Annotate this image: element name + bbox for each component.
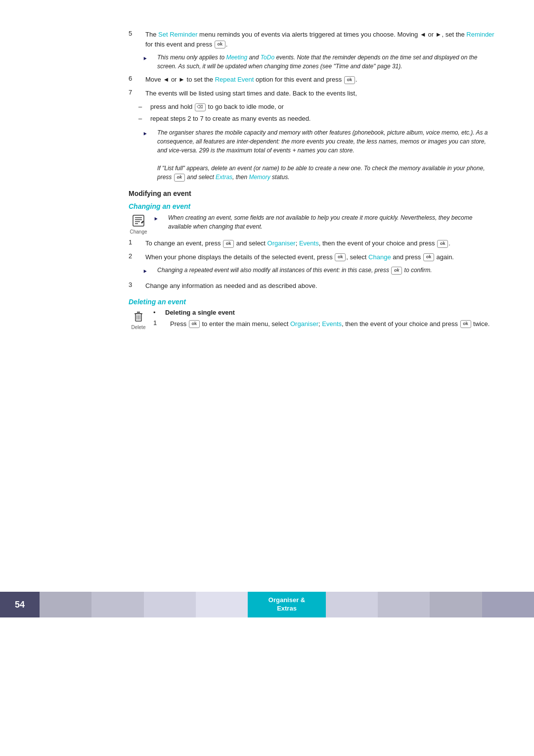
- step-number: 1: [153, 319, 165, 329]
- deleting-heading: Deleting an event: [129, 298, 494, 306]
- memory-link: Memory: [249, 174, 270, 181]
- dash-icon: –: [138, 102, 146, 112]
- change-step-2-text: When your phone displays the details of …: [145, 252, 494, 262]
- modifying-heading: Modifying an event: [129, 189, 494, 197]
- step-number: 7: [129, 89, 140, 98]
- step-number: 6: [129, 75, 140, 85]
- note-2: ‣ The organiser shares the mobile capaci…: [142, 128, 494, 182]
- organiser-link: Organiser: [267, 239, 296, 247]
- step-5-text: The Set Reminder menu reminds you of eve…: [145, 30, 494, 49]
- delete-icon: [131, 309, 146, 324]
- bar-seg-4: [196, 592, 248, 617]
- ok-button-icon: ok: [391, 267, 402, 275]
- page-number: 54: [0, 592, 40, 617]
- note-2-text: The organiser shares the mobile capacity…: [157, 128, 494, 182]
- ok-button-icon: ok: [223, 240, 234, 248]
- sub-item-text: repeat steps 2 to 7 to create as many ev…: [150, 114, 311, 124]
- delete-icon-label: Delete: [132, 325, 146, 330]
- step-number: 3: [129, 281, 140, 291]
- ok-button-icon: ok: [460, 320, 471, 328]
- change-icon: [131, 213, 146, 228]
- repeat-event-link: Repeat Event: [215, 76, 254, 83]
- change-step-3: 3 Change any information as needed and a…: [129, 281, 494, 291]
- ok-button-icon: ok: [174, 174, 185, 182]
- step-number: 5: [129, 30, 140, 49]
- delete-content: • Deleting a single event 1 Press ok to …: [153, 309, 494, 333]
- step-6-text: Move ◄ or ► to set the Repeat Event opti…: [145, 75, 494, 85]
- info-icon: ‣: [142, 266, 152, 277]
- bar-seg-8: [430, 592, 482, 617]
- change-icon-label: Change: [130, 229, 147, 235]
- set-reminder-link: Set Reminder: [158, 31, 197, 38]
- page-content: 5 The Set Reminder menu reminds you of e…: [0, 0, 534, 346]
- ok-button-icon: ok: [335, 253, 346, 261]
- change-step-1: 1 To change an event, press ok and selec…: [129, 238, 494, 248]
- ok-button-icon: ok: [437, 240, 448, 248]
- info-icon: ‣: [142, 53, 152, 64]
- back-button-icon: ⌫: [195, 103, 206, 111]
- sub-item-text: press and hold ⌫ to go back to idle mode…: [150, 102, 284, 112]
- bar-seg-2: [91, 592, 143, 617]
- step-7-sub-b: – repeat steps 2 to 7 to create as many …: [138, 114, 494, 124]
- step-5: 5 The Set Reminder menu reminds you of e…: [129, 30, 494, 49]
- delete-icon-block: Delete: [129, 309, 148, 330]
- change-icon-block: Change: [129, 213, 148, 235]
- delete-bullet-row: • Deleting a single event: [153, 309, 494, 316]
- delete-bullet-heading: Deleting a single event: [165, 309, 235, 316]
- change-note: ‣ When creating an event, some fields ar…: [153, 213, 494, 231]
- deleting-icon-row: Delete • Deleting a single event 1 Press…: [129, 309, 494, 333]
- bar-seg-7: [378, 592, 430, 617]
- bottom-bar: 54 Organiser &Extras: [0, 592, 534, 617]
- note-1: ‣ This menu only applies to Meeting and …: [142, 53, 494, 71]
- changing-icon-row: Change ‣ When creating an event, some fi…: [129, 213, 494, 235]
- ok-button-icon: ok: [423, 253, 434, 261]
- info-icon: ‣: [153, 214, 163, 225]
- ok-button-icon: ok: [189, 320, 200, 328]
- events-link: Events: [322, 320, 342, 328]
- reminder-link: Reminder: [466, 31, 494, 38]
- events-link: Events: [299, 239, 319, 247]
- delete-step-1-text: Press ok to enter the main menu, select …: [170, 319, 494, 329]
- info-icon: ‣: [142, 129, 152, 140]
- bar-seg-9: [482, 592, 534, 617]
- step-7-text: The events will be listed using start ti…: [145, 89, 494, 98]
- change-step-2: 2 When your phone displays the details o…: [129, 252, 494, 262]
- change-step-1-text: To change an event, press ok and select …: [145, 238, 494, 248]
- svg-marker-5: [141, 221, 144, 224]
- bullet-icon: •: [153, 309, 161, 316]
- step-number: 2: [129, 252, 140, 262]
- step-number: 1: [129, 238, 140, 248]
- bar-seg-active: Organiser &Extras: [248, 592, 326, 617]
- bar-seg-6: [326, 592, 378, 617]
- change-step-3-text: Change any information as needed and as …: [145, 281, 494, 291]
- ok-button-icon: ok: [215, 41, 225, 48]
- step-7-sub-a: – press and hold ⌫ to go back to idle mo…: [138, 102, 494, 112]
- change-link: Change: [368, 253, 391, 261]
- ok-button-icon: ok: [344, 76, 355, 84]
- delete-step-1: 1 Press ok to enter the main menu, selec…: [153, 319, 494, 329]
- change-note-text: When creating an event, some fields are …: [168, 213, 494, 231]
- dash-icon: –: [138, 114, 146, 124]
- change-note-block: ‣ When creating an event, some fields ar…: [153, 213, 494, 231]
- change-note-2: ‣ Changing a repeated event will also mo…: [142, 266, 494, 277]
- step-7: 7 The events will be listed using start …: [129, 89, 494, 98]
- note-1-text: This menu only applies to Meeting and To…: [157, 53, 494, 71]
- bar-seg-1: [40, 592, 91, 617]
- step-6: 6 Move ◄ or ► to set the Repeat Event op…: [129, 75, 494, 85]
- bottom-bar-segments: Organiser &Extras: [40, 592, 534, 617]
- changing-heading: Changing an event: [129, 202, 494, 210]
- bar-seg-3: [144, 592, 196, 617]
- change-note-2-text: Changing a repeated event will also modi…: [157, 266, 494, 275]
- svg-rect-0: [133, 215, 144, 226]
- organiser-link: Organiser: [290, 320, 318, 328]
